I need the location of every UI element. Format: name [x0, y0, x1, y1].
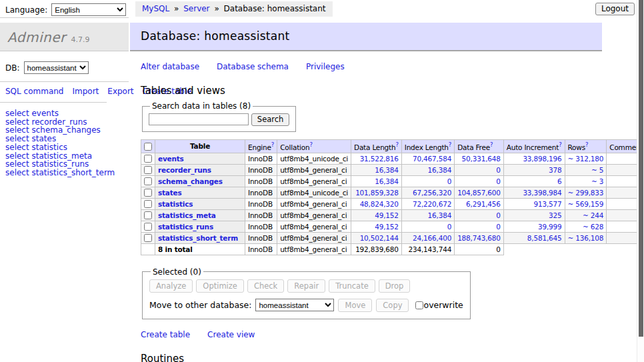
select-all-checkbox[interactable]: [144, 143, 152, 151]
table-row: schema_changes InnoDB utf8mb4_general_ci…: [141, 175, 644, 187]
data-length-link[interactable]: 16,384: [375, 166, 399, 174]
index-length-link[interactable]: 67,256,320: [413, 189, 451, 197]
index-length-link[interactable]: 24,166,400: [413, 234, 451, 242]
row-checkbox[interactable]: [144, 155, 152, 163]
selected-action-button[interactable]: Repair: [287, 279, 325, 293]
table-link[interactable]: statistics_short_term: [31, 168, 115, 177]
row-checkbox[interactable]: [144, 189, 152, 197]
table-name-link[interactable]: states: [158, 189, 182, 197]
column-help-link[interactable]: ?: [559, 141, 561, 148]
scrollbar-thumb[interactable]: [639, 0, 643, 337]
column-help-link[interactable]: ?: [449, 141, 451, 148]
data-free-link[interactable]: 50,331,648: [462, 155, 501, 163]
data-length-link[interactable]: 31,522,816: [360, 155, 399, 163]
rows-link[interactable]: ~ 628: [583, 223, 603, 231]
table-name-link[interactable]: schema_changes: [158, 177, 223, 185]
column-help-link[interactable]: ?: [271, 141, 274, 148]
database-action-link[interactable]: Privileges: [306, 62, 345, 71]
move-db-select[interactable]: homeassistant: [255, 299, 334, 311]
data-length-link[interactable]: 10,502,144: [360, 234, 399, 242]
column-help-link[interactable]: ?: [395, 141, 398, 148]
create-link[interactable]: Create view: [207, 330, 255, 339]
index-length-link[interactable]: 16,384: [428, 211, 452, 219]
data-free-link[interactable]: 104,857,600: [457, 189, 501, 197]
copy-button[interactable]: Copy: [376, 299, 409, 312]
row-checkbox[interactable]: [144, 234, 152, 242]
index-length-link[interactable]: 16,384: [428, 166, 452, 174]
create-link[interactable]: Create table: [141, 330, 190, 339]
index-length-cell: 24,166,400: [401, 232, 454, 243]
rows-cell: ~ 628: [565, 221, 607, 232]
rows-link[interactable]: ~ 136,108: [568, 234, 604, 242]
auto-increment-link[interactable]: 913,577: [533, 200, 561, 208]
engine-cell: InnoDB: [245, 175, 277, 187]
selected-action-button[interactable]: Optimize: [196, 279, 244, 293]
select-all-cell[interactable]: [141, 140, 155, 153]
language-select[interactable]: English: [51, 3, 126, 16]
search-button[interactable]: Search: [251, 113, 290, 126]
data-free-link[interactable]: 0: [496, 211, 500, 219]
rows-link[interactable]: ~ 244: [583, 211, 603, 219]
index-length-link[interactable]: 72,220,672: [413, 200, 451, 208]
column-help-link[interactable]: ?: [585, 141, 588, 148]
app-name: Adminer: [7, 29, 66, 45]
selected-action-button[interactable]: Analyze: [149, 279, 193, 293]
auto-increment-link[interactable]: 6: [557, 177, 561, 185]
search-input[interactable]: [149, 113, 249, 125]
index-length-link[interactable]: 0: [447, 177, 451, 185]
sidebar-command-link[interactable]: SQL command: [5, 87, 63, 96]
select-link[interactable]: select: [5, 168, 29, 177]
table-name-link[interactable]: recorder_runs: [158, 166, 211, 174]
table-name-link[interactable]: events: [158, 155, 184, 163]
rows-link[interactable]: ~ 5: [591, 166, 603, 174]
auto-increment-link[interactable]: 8,581,645: [527, 234, 562, 242]
auto-increment-link[interactable]: 33,398,984: [523, 189, 561, 197]
breadcrumb-server-link[interactable]: Server: [183, 4, 209, 13]
db-select[interactable]: homeassistant: [24, 61, 89, 74]
column-help-link[interactable]: ?: [309, 141, 312, 148]
row-checkbox[interactable]: [144, 223, 152, 231]
row-checkbox[interactable]: [144, 211, 152, 219]
database-action-link[interactable]: Database schema: [217, 62, 289, 71]
index-length-link[interactable]: 0: [447, 223, 451, 231]
sidebar-command-link[interactable]: Import: [72, 87, 99, 96]
index-length-cell: 0: [401, 175, 454, 187]
table-name-link[interactable]: statistics_meta: [158, 211, 216, 219]
auto-increment-link[interactable]: 325: [549, 211, 561, 219]
row-checkbox[interactable]: [144, 200, 152, 208]
data-length-link[interactable]: 48,824,320: [360, 200, 399, 208]
selected-action-button[interactable]: Truncate: [329, 279, 375, 293]
data-length-link[interactable]: 49,152: [375, 211, 399, 219]
breadcrumb-mysql-link[interactable]: MySQL: [142, 4, 169, 13]
data-free-link[interactable]: 6,291,456: [466, 200, 501, 208]
data-free-link[interactable]: 0: [496, 177, 500, 185]
table-name-cell: states: [155, 187, 245, 198]
index-length-link[interactable]: 70,467,584: [413, 155, 451, 163]
data-length-link[interactable]: 101,859,328: [355, 189, 399, 197]
table-name-link[interactable]: statistics_runs: [158, 223, 213, 231]
database-action-link[interactable]: Alter database: [141, 62, 199, 71]
row-checkbox[interactable]: [144, 166, 152, 174]
auto-increment-link[interactable]: 39,999: [538, 223, 562, 231]
overwrite-checkbox[interactable]: [415, 301, 423, 309]
data-length-link[interactable]: 16,384: [375, 177, 399, 185]
auto-increment-link[interactable]: 378: [549, 166, 561, 174]
selected-action-button[interactable]: Drop: [379, 279, 411, 293]
main-content: MySQL » Server » Database: homeassistant…: [130, 0, 602, 362]
column-help-link[interactable]: ?: [490, 141, 493, 148]
move-button[interactable]: Move: [338, 299, 372, 312]
data-free-link[interactable]: 0: [496, 223, 500, 231]
rows-link[interactable]: ~ 3: [591, 177, 603, 185]
data-free-link[interactable]: 0: [496, 166, 500, 174]
table-name-link[interactable]: statistics: [158, 200, 193, 208]
data-length-link[interactable]: 49,152: [375, 223, 399, 231]
table-name-link[interactable]: statistics_short_term: [158, 234, 238, 242]
rows-link[interactable]: ~ 312,180: [568, 155, 604, 163]
rows-link[interactable]: ~ 299,833: [568, 189, 604, 197]
row-checkbox[interactable]: [144, 177, 152, 185]
data-free-link[interactable]: 188,743,680: [457, 234, 501, 242]
rows-link[interactable]: ~ 569,159: [568, 200, 604, 208]
auto-increment-link[interactable]: 33,898,196: [523, 155, 561, 163]
data-length-cell: 101,859,328: [351, 187, 402, 198]
selected-action-button[interactable]: Check: [247, 279, 284, 293]
